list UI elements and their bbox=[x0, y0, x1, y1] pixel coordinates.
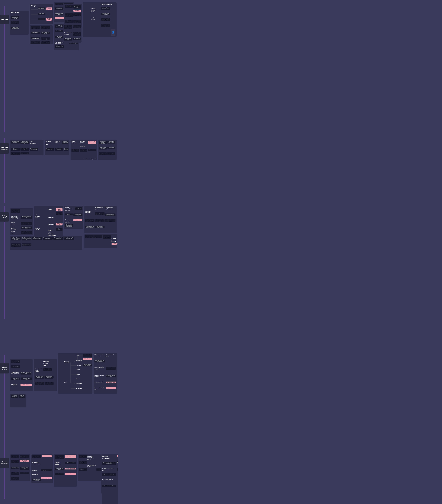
an-original-ideas-label: Anoriginalideas bbox=[36, 214, 40, 218]
advice-node-1: Reads: no compelling reason to do this y… bbox=[31, 26, 40, 29]
cumul-extra-2: Just to progress here bbox=[73, 38, 81, 40]
apply-whokness: Applywholeness bbox=[30, 141, 36, 144]
morals-label: Morals iseverything bbox=[102, 455, 110, 459]
great-things-done: Great things somehow done bbox=[32, 462, 40, 465]
gi-node-4: Things are naturally exciting at the rig… bbox=[43, 237, 53, 240]
nc-node-3: Obvious to an obvious mind bbox=[74, 214, 82, 216]
novel-label: Novel bbox=[48, 208, 52, 210]
nc-node-2: They are novel bbox=[65, 214, 73, 215]
cumul-node-4: This book is very much in the niche of t… bbox=[65, 13, 73, 17]
think-writing: Think inwriting bbox=[11, 222, 15, 225]
ne-node-4: Good progress always bbox=[11, 467, 19, 469]
panel-no-experience: This one thing just to progress Don't ta… bbox=[10, 454, 30, 481]
more-prog-2: Alter progress on the edge of good bbox=[45, 376, 54, 378]
questions-answering: Questions come from answering bbox=[11, 372, 20, 374]
q-node-b1: Get things done! Just bbox=[42, 455, 52, 457]
novel-obvious-label: Novel +obvious ideasseem easy bbox=[65, 207, 72, 211]
gi-node-7: Exploration - don't follow trends, think… bbox=[11, 243, 21, 247]
svg-line-20 bbox=[71, 383, 76, 384]
ne-node-8: Don't take too seriously bbox=[11, 477, 19, 480]
cur-node-4: Much work and effort in the process bbox=[95, 219, 105, 222]
panel-find-field: Find a field Where you have interest Whe… bbox=[10, 11, 29, 35]
young-label: Young bbox=[64, 361, 69, 363]
copy-node-3: Not to stay copying to peers bbox=[65, 468, 76, 469]
4-steps-label: 4 steps bbox=[31, 5, 36, 7]
copy-node-1: First step automatically bbox=[65, 462, 76, 464]
travel-walk: Travel orjust gofor a walk bbox=[11, 227, 16, 231]
tu-node-3: Get the progress and go from here bbox=[106, 375, 116, 378]
not-quantity: quantity bbox=[32, 473, 38, 475]
step-requires: Requires hard work! bbox=[46, 7, 52, 10]
either-grown: Either grow (open) bbox=[56, 228, 62, 231]
more-done: The more you're doing, the more done you… bbox=[73, 32, 81, 36]
more-progress: After progress - just to stay on one are… bbox=[35, 376, 44, 378]
section-line-great-work bbox=[4, 6, 4, 132]
advice-node-4: No one to tell you if you've got the rig… bbox=[41, 37, 50, 40]
some-attribs: Some attributes from here bbox=[55, 473, 64, 475]
model-change-label: Model change bbox=[56, 208, 62, 211]
ne-node-3: Lots of types of experience bbox=[20, 460, 29, 462]
panel-cumulative: 1 type of question of accumulation Imple… bbox=[64, 4, 82, 27]
gi-node-1: Make yourself work on things, then you'l… bbox=[11, 237, 21, 240]
gi-node-6: Work on the progress while working on th… bbox=[64, 237, 74, 240]
panel-morals-big: Morals iseverything Some ideas get done … bbox=[101, 454, 117, 494]
obvious-label: Obvious bbox=[48, 216, 54, 218]
ideal-time-node: Ideal time for creation bbox=[83, 358, 92, 360]
gi-node-8: If something is interesting to you, that… bbox=[22, 243, 31, 246]
planning-node-2: To use, in progress bbox=[20, 384, 32, 386]
find-node-1: As: force your model to change bbox=[56, 212, 62, 215]
q-node-1: Taking something and making it work well bbox=[11, 360, 20, 363]
ne-node-2: Things getting done more and more bbox=[20, 455, 29, 458]
break-rules-label: Breakrules bbox=[48, 230, 52, 233]
forgiveness: Forgiveness - who else can do it bbox=[62, 141, 68, 144]
passive-thinking-label: Passivethinking bbox=[91, 17, 95, 20]
hr-node-1: You don't risk-efficient running tough r… bbox=[43, 368, 52, 371]
ne-node-7: Just to get through bbox=[20, 472, 29, 474]
avoid-affectation: Avoidaffectation bbox=[72, 141, 77, 144]
fe-node-3: You don't care to... bbox=[96, 468, 101, 471]
dont-offend: Don't be afraid of people bbox=[87, 465, 96, 468]
panel-active-thinking: Active thinking Differentthinkingmodes P… bbox=[83, 2, 117, 37]
panel-getting-ideas-row2: Make yourself work on things, then you'l… bbox=[10, 236, 82, 250]
copying-ok: Copyingis ok if... bbox=[55, 462, 60, 466]
money-label: Money bbox=[76, 374, 80, 375]
attr-node-3: Thinking big and paying attention to det… bbox=[30, 148, 38, 151]
focus-node-2: Things come naturally after a time bbox=[55, 148, 63, 151]
induce-passivity: Induce passivity bbox=[94, 381, 105, 383]
hr-node-4: The maintenance gets to be done bbox=[45, 382, 54, 385]
panel-high-risk: High-risk→ highreward We operate in effi… bbox=[34, 359, 57, 391]
attr-node-1: Question and determination bbox=[11, 148, 20, 151]
q-node-3: You find more questions as you answer bbox=[20, 372, 31, 375]
find-field-node-resource: Where's enough resource for progress bbox=[11, 27, 19, 29]
step-identify-gap: Identify the gap bbox=[38, 13, 45, 15]
you-first-node: The first just to get through to progres… bbox=[11, 378, 20, 380]
dont-take: Don't take no experience bbox=[11, 460, 19, 463]
energy-label: Energy bbox=[76, 369, 80, 371]
person-icon: 👤 bbox=[111, 29, 115, 36]
morals-node-2: Any process will grow from the right thi… bbox=[102, 473, 116, 476]
panel-advice-nodes: Reads: no compelling reason to do this y… bbox=[30, 25, 53, 44]
section-line-getting-ideas bbox=[4, 206, 4, 319]
step-explore-gap: Explore the gap bbox=[38, 18, 45, 20]
effort-node-2: It is ok if it feels easy bbox=[55, 30, 64, 32]
effort-node-5: The more you're doing, the more done you… bbox=[55, 45, 64, 48]
cumul-node-3: Proportional bbox=[74, 10, 81, 12]
efficiency-label: Efficiency bbox=[76, 383, 82, 384]
panel-originality: The most original ideas came from... tak… bbox=[10, 208, 33, 235]
wr2-node-1: From youth that was important awesome bbox=[11, 395, 18, 398]
curiosity-originality: Curiosity to originality + process bbox=[85, 211, 94, 215]
what-you-do: What you do when you're bored says a lot bbox=[32, 455, 41, 458]
return-to: Return to what was important when you we… bbox=[103, 235, 111, 239]
gi-node-3: Work naturally on something, then add to… bbox=[32, 237, 42, 240]
frontier-node-1: Where is the frontier? bbox=[55, 3, 63, 5]
you-can-do: You can do almost anything if you set yo… bbox=[55, 455, 64, 459]
step-just-start: Also: Just start! bbox=[46, 18, 52, 21]
orig-node-2: When you travel, new topics arise bbox=[21, 222, 32, 225]
section-label-general-life: General life advice bbox=[0, 458, 9, 468]
panel-novel-cluster: Novel +obvious ideasseem easy Amounts go… bbox=[64, 206, 83, 229]
effort-label: Your efforts arecumulative bbox=[55, 41, 63, 44]
ne-node-6: Great things somehow related done bbox=[11, 472, 19, 475]
people-will-follow: People willfollow bbox=[55, 141, 60, 144]
a-great-idea: A great idea will seem important bbox=[65, 455, 76, 458]
tu-node-5: Values need be got bbox=[106, 387, 116, 389]
